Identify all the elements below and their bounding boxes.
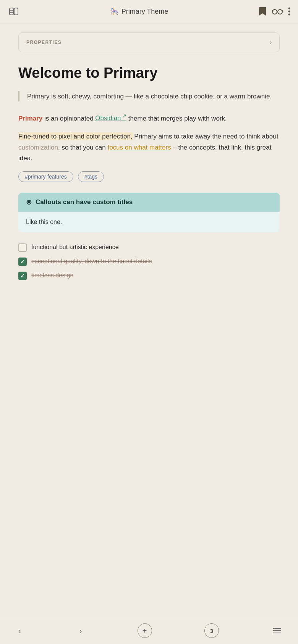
- callout-header: ⊗ Callouts can have custom titles: [18, 193, 280, 212]
- header-title-area: 🎠 Primary Theme: [110, 7, 168, 16]
- menu-line-3: [273, 633, 281, 633]
- page-number-button[interactable]: 3: [204, 623, 219, 638]
- checklist: functional but artistic experience excep…: [18, 243, 280, 280]
- forward-button[interactable]: ›: [76, 625, 85, 637]
- highlighted-text: Fine-tuned to pixel and color perfection…: [18, 132, 133, 140]
- checklist-item-2: timeless design: [18, 271, 280, 280]
- add-icon: +: [143, 626, 147, 635]
- add-button[interactable]: +: [138, 623, 152, 638]
- checklist-text-0: functional but artistic experience: [31, 243, 119, 251]
- checklist-item-1: exceptional quality, down to the finest …: [18, 257, 280, 266]
- checkbox-0[interactable]: [18, 243, 27, 252]
- page-number: 3: [210, 628, 213, 634]
- checkbox-1[interactable]: [18, 258, 27, 266]
- checklist-item-0: functional but artistic experience: [18, 243, 280, 252]
- checklist-text-2: timeless design: [31, 271, 73, 280]
- page-title: Welcome to Primary: [18, 64, 280, 82]
- obsidian-link[interactable]: Obsidian ↗: [95, 114, 126, 122]
- properties-label: PROPERTIES: [26, 40, 62, 45]
- intro-blockquote: Primary is soft, chewy, comforting — lik…: [18, 91, 280, 101]
- blockquote-text: Primary is soft, chewy, comforting — lik…: [27, 93, 272, 100]
- properties-bar[interactable]: PROPERTIES ›: [18, 32, 280, 52]
- callout-title: Callouts can have custom titles: [36, 198, 133, 206]
- para2-mid: Primary aims to take away the need to th…: [133, 133, 279, 140]
- focus-link[interactable]: focus on what matters: [107, 144, 171, 151]
- svg-point-5: [278, 10, 282, 14]
- tag-primary-features[interactable]: #primary-features: [18, 171, 73, 182]
- header-left: [8, 5, 20, 18]
- checklist-text-1: exceptional quality, down to the finest …: [31, 257, 152, 266]
- svg-point-4: [272, 10, 277, 14]
- primary-brand-text: Primary: [18, 114, 42, 122]
- svg-point-10: [288, 11, 290, 13]
- paragraph-1: Primary is an opinionated Obsidian ↗ the…: [18, 112, 280, 124]
- sidebar-toggle-button[interactable]: [8, 5, 20, 18]
- callout-icon: ⊗: [26, 198, 32, 206]
- menu-line-2: [273, 630, 281, 631]
- more-options-button[interactable]: [288, 7, 290, 16]
- para1-pre: is an opinionated: [42, 114, 95, 122]
- properties-chevron-icon: ›: [270, 39, 272, 46]
- svg-rect-0: [10, 8, 13, 15]
- callout-block: ⊗ Callouts can have custom titles Like t…: [18, 193, 280, 232]
- header-emoji: 🎠: [110, 7, 118, 16]
- svg-point-9: [288, 8, 290, 10]
- callout-body: Like this one.: [18, 212, 280, 232]
- callout-body-text: Like this one.: [26, 219, 62, 225]
- svg-rect-1: [14, 8, 18, 15]
- bottom-navigation: ‹ › + 3: [0, 617, 298, 644]
- customization-muted-text: customization: [18, 144, 58, 151]
- tags-row: #primary-features #tags: [18, 171, 280, 182]
- header-title: Primary Theme: [121, 8, 168, 16]
- glasses-button[interactable]: [272, 8, 283, 15]
- app-header: 🎠 Primary Theme: [0, 0, 298, 23]
- para1-post: theme that merges play with work.: [126, 114, 227, 122]
- paragraph-2: Fine-tuned to pixel and color perfection…: [18, 131, 280, 163]
- menu-button[interactable]: [271, 626, 283, 635]
- back-button[interactable]: ‹: [15, 625, 24, 637]
- bookmark-button[interactable]: [258, 6, 267, 16]
- header-right: [258, 6, 290, 16]
- menu-line-1: [273, 628, 281, 629]
- svg-point-11: [288, 14, 290, 16]
- main-content: PROPERTIES › Welcome to Primary Primary …: [0, 23, 298, 617]
- tag-tags[interactable]: #tags: [78, 171, 104, 182]
- checkbox-2[interactable]: [18, 272, 27, 280]
- para2-pre-link: , so that you can: [58, 144, 107, 151]
- external-link-icon: ↗: [121, 113, 126, 119]
